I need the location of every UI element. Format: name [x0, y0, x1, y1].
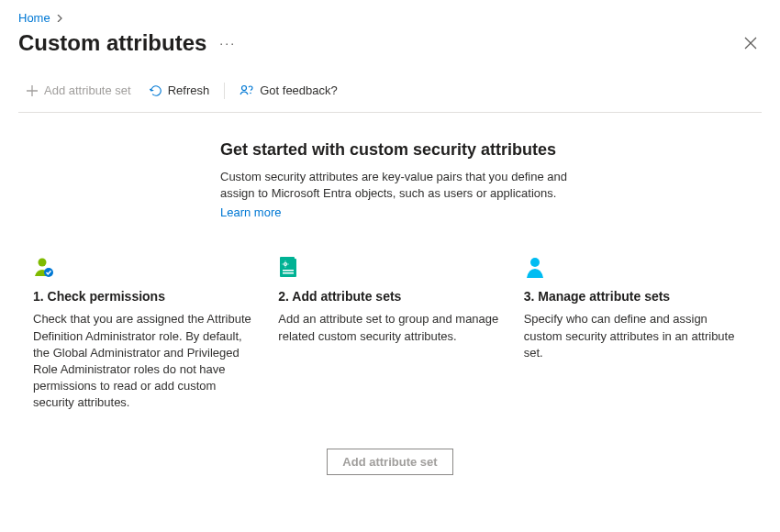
header-row: Custom attributes ···	[18, 30, 762, 56]
svg-rect-9	[283, 272, 294, 274]
person-icon	[524, 252, 747, 280]
refresh-label: Refresh	[168, 83, 210, 97]
add-attribute-set-label: Add attribute set	[44, 83, 131, 97]
refresh-icon	[150, 84, 162, 97]
step-check-permissions: 1. Check permissions Check that you are …	[33, 252, 256, 411]
refresh-button[interactable]: Refresh	[142, 78, 217, 103]
step-1-desc: Check that you are assigned the Attribut…	[33, 311, 256, 411]
intro-heading: Get started with custom security attribu…	[220, 140, 606, 160]
step-add-attribute-sets: 2. Add attribute sets Add an attribute s…	[278, 252, 501, 411]
step-3-desc: Specify who can define and assign custom…	[524, 311, 747, 361]
svg-point-2	[39, 259, 47, 267]
toolbar: Add attribute set Refresh Got feedback?	[18, 78, 762, 113]
breadcrumb: Home	[18, 11, 762, 25]
svg-rect-8	[283, 270, 294, 272]
add-attribute-set-primary-button: Add attribute set	[327, 449, 452, 475]
feedback-button[interactable]: Got feedback?	[232, 78, 345, 103]
steps-row: 1. Check permissions Check that you are …	[18, 252, 762, 411]
close-button[interactable]	[740, 32, 762, 54]
intro-desc-line1: Custom security attributes are key-value…	[220, 170, 567, 183]
plus-icon	[26, 84, 39, 97]
feedback-label: Got feedback?	[260, 83, 338, 97]
svg-point-10	[530, 258, 540, 267]
add-attribute-set-button: Add attribute set	[18, 78, 139, 103]
step-2-desc: Add an attribute set to group and manage…	[278, 311, 501, 344]
page-title: Custom attributes	[18, 30, 206, 56]
svg-rect-5	[280, 257, 295, 261]
bottom-action: Add attribute set	[18, 449, 762, 475]
svg-point-1	[250, 92, 251, 94]
person-check-icon	[33, 252, 256, 280]
toolbar-separator	[224, 83, 225, 99]
intro-desc-line2: assign to Microsoft Entra objects, such …	[220, 186, 556, 200]
more-menu-icon[interactable]: ···	[219, 36, 236, 50]
learn-more-link[interactable]: Learn more	[220, 205, 281, 219]
step-2-title: 2. Add attribute sets	[278, 289, 501, 304]
chevron-right-icon	[56, 13, 63, 24]
step-1-title: 1. Check permissions	[33, 289, 256, 304]
document-gear-icon	[278, 252, 501, 280]
breadcrumb-home[interactable]: Home	[18, 11, 50, 25]
step-3-title: 3. Manage attribute sets	[524, 289, 747, 304]
svg-point-7	[285, 264, 287, 266]
svg-point-0	[242, 85, 247, 90]
step-manage-attribute-sets: 3. Manage attribute sets Specify who can…	[524, 252, 747, 411]
intro-section: Get started with custom security attribu…	[220, 140, 606, 219]
feedback-icon	[240, 84, 254, 97]
